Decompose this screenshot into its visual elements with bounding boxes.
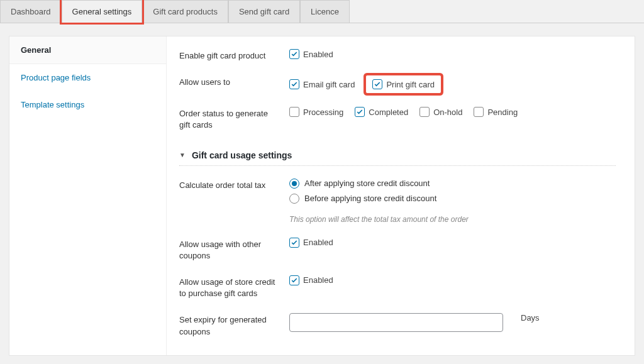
tab-send-gift-card[interactable]: Send gift card xyxy=(228,0,300,23)
checkbox-icon xyxy=(419,107,430,117)
label-allow-store-credit: Allow usage of store credit to purchase … xyxy=(179,275,289,299)
checkbox-enable-product[interactable]: Enabled xyxy=(289,49,333,59)
label-calc-tax: Calculate order total tax xyxy=(179,179,289,191)
sidebar-item-product-page-fields[interactable]: Product page fields xyxy=(9,64,166,91)
row-allow-coupons: Allow usage with other coupons Enabled xyxy=(179,238,616,262)
tab-general-settings[interactable]: General settings xyxy=(62,0,143,23)
label-order-status: Order status to generate gift cards xyxy=(179,107,289,131)
check-icon xyxy=(289,49,299,59)
check-icon xyxy=(355,107,365,117)
checkbox-print-gift-card[interactable]: Print gift card xyxy=(366,75,441,93)
section-title: Gift card usage settings xyxy=(192,150,292,160)
label-allow-coupons: Allow usage with other coupons xyxy=(179,238,289,262)
row-enable-product: Enable gift card product Enabled xyxy=(179,49,616,62)
checkbox-email-gift-card[interactable]: Email gift card xyxy=(289,79,355,89)
sidebar-item-template-settings[interactable]: Template settings xyxy=(9,91,166,118)
settings-panel: Enable gift card product Enabled Allow u… xyxy=(167,36,635,355)
chevron-down-icon: ▼ xyxy=(179,152,186,158)
help-text-tax: This option will affect the total tax am… xyxy=(289,215,469,224)
checkbox-label: Enabled xyxy=(303,50,333,59)
check-icon xyxy=(289,238,299,248)
check-icon xyxy=(289,275,299,285)
checkbox-icon xyxy=(474,107,484,117)
expiry-input[interactable] xyxy=(289,313,503,332)
checkbox-label: Email gift card xyxy=(303,80,355,89)
radio-icon xyxy=(289,179,299,189)
radio-icon xyxy=(289,194,299,204)
checkbox-label: Pending xyxy=(487,108,518,117)
row-allow-users: Allow users to Email gift card Print gif… xyxy=(179,75,616,93)
check-icon xyxy=(289,79,299,89)
radio-after-discount[interactable]: After applying store credit discount xyxy=(289,179,469,189)
checkbox-icon xyxy=(289,107,299,117)
row-order-status: Order status to generate gift cards Proc… xyxy=(179,107,616,131)
checkbox-label: Processing xyxy=(303,108,343,117)
checkbox-label: On-hold xyxy=(433,108,462,117)
radio-label: Before applying store credit discount xyxy=(304,194,436,203)
tab-licence[interactable]: Licence xyxy=(300,0,350,23)
row-expiry: Set expiry for generated coupons Days xyxy=(179,313,616,337)
label-allow-users: Allow users to xyxy=(179,75,289,88)
section-usage-header[interactable]: ▼ Gift card usage settings xyxy=(179,150,616,166)
tab-dashboard[interactable]: Dashboard xyxy=(0,0,62,23)
content-wrapper: General Product page fields Template set… xyxy=(9,36,635,356)
radio-before-discount[interactable]: Before applying store credit discount xyxy=(289,194,469,204)
check-icon xyxy=(372,79,382,89)
radio-label: After applying store credit discount xyxy=(304,179,430,188)
row-allow-store-credit: Allow usage of store credit to purchase … xyxy=(179,275,616,299)
checkbox-completed[interactable]: Completed xyxy=(355,107,408,117)
checkbox-allow-coupons[interactable]: Enabled xyxy=(289,238,333,248)
checkbox-label: Completed xyxy=(369,108,408,117)
checkbox-processing[interactable]: Processing xyxy=(289,107,343,117)
checkbox-label: Enabled xyxy=(303,238,333,247)
expiry-unit: Days xyxy=(521,313,540,323)
checkbox-allow-store-credit[interactable]: Enabled xyxy=(289,275,333,285)
checkbox-label: Print gift card xyxy=(386,80,435,89)
settings-sidebar: General Product page fields Template set… xyxy=(9,36,167,355)
checkbox-onhold[interactable]: On-hold xyxy=(419,107,462,117)
row-calc-tax: Calculate order total tax After applying… xyxy=(179,179,616,224)
tab-bar: Dashboard General settings Gift card pro… xyxy=(0,0,644,23)
label-enable-product: Enable gift card product xyxy=(179,49,289,62)
footer: Save xyxy=(0,361,644,364)
sidebar-item-general[interactable]: General xyxy=(9,36,166,64)
tab-gift-card-products[interactable]: Gift card products xyxy=(142,0,228,23)
checkbox-label: Enabled xyxy=(303,275,333,285)
checkbox-pending[interactable]: Pending xyxy=(474,107,518,117)
label-expiry: Set expiry for generated coupons xyxy=(179,313,289,337)
